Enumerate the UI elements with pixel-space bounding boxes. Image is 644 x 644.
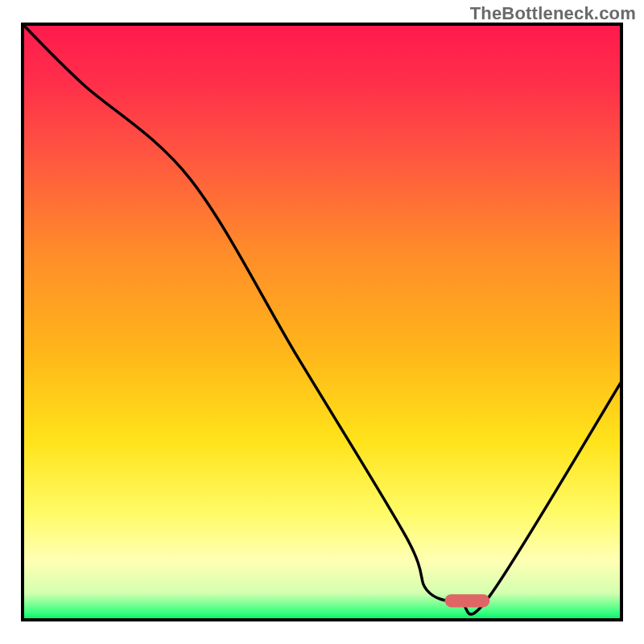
optimal-marker bbox=[445, 594, 490, 607]
bottleneck-chart bbox=[0, 0, 644, 644]
chart-container: TheBottleneck.com bbox=[0, 0, 644, 644]
